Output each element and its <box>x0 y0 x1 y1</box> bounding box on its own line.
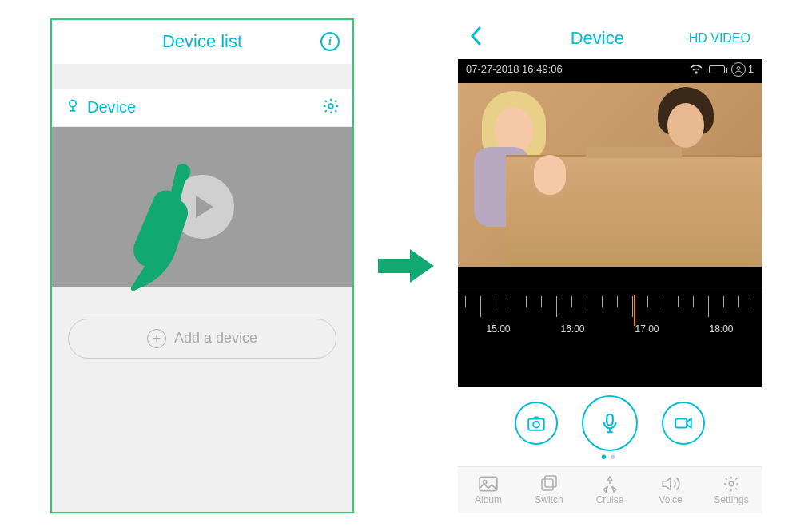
device-list-screen: Device list i Device <box>50 18 354 513</box>
device-label: Device <box>87 98 322 117</box>
header: Device HD VIDEO <box>458 18 762 59</box>
video-quality-button[interactable]: HD VIDEO <box>689 31 750 46</box>
spacer <box>52 65 352 89</box>
svg-rect-4 <box>528 418 544 430</box>
tab-settings[interactable]: Settings <box>701 467 762 513</box>
page-title: Device list <box>162 31 242 52</box>
svg-point-12 <box>729 481 734 486</box>
live-feed[interactable] <box>458 83 762 267</box>
timeline-ticks <box>458 291 762 323</box>
tab-album[interactable]: Album <box>458 467 519 513</box>
svg-point-1 <box>328 104 333 109</box>
battery-icon <box>709 65 725 73</box>
gear-icon[interactable] <box>322 97 340 118</box>
transition-arrow-icon <box>378 246 434 286</box>
svg-rect-7 <box>675 418 687 427</box>
add-device-area: + Add a device <box>52 287 352 512</box>
wifi-icon <box>690 65 703 74</box>
tab-voice[interactable]: Voice <box>640 467 701 513</box>
timeline-cursor[interactable] <box>634 295 635 326</box>
user-count: 1 <box>731 62 754 77</box>
timestamp: 07-27-2018 16:49:06 <box>466 63 690 75</box>
page-indicator: •• <box>458 448 762 466</box>
tab-switch[interactable]: Switch <box>519 467 579 513</box>
camera-icon <box>65 98 81 117</box>
tabbar: Album Switch Cruise Voice <box>458 466 762 513</box>
svg-point-5 <box>533 422 539 428</box>
record-button[interactable] <box>662 402 705 445</box>
svg-rect-10 <box>542 479 553 490</box>
video-area: 15:00 16:00 17:00 18:00 <box>458 80 762 387</box>
info-icon[interactable]: i <box>320 32 340 51</box>
video-status-bar: 07-27-2018 16:49:06 1 <box>458 59 762 80</box>
plus-icon: + <box>147 329 166 348</box>
timeline-scrubber[interactable]: 15:00 16:00 17:00 18:00 <box>458 291 762 347</box>
svg-rect-11 <box>545 476 556 487</box>
back-button[interactable] <box>469 26 482 52</box>
add-device-label: Add a device <box>174 330 257 347</box>
svg-point-3 <box>737 66 740 69</box>
page-title: Device <box>506 28 689 49</box>
live-view-screen: Device HD VIDEO 07-27-2018 16:49:06 <box>458 18 762 513</box>
tab-cruise[interactable]: Cruise <box>579 467 640 513</box>
header: Device list i <box>52 20 352 65</box>
mic-button[interactable] <box>582 395 638 451</box>
timeline-labels: 15:00 16:00 17:00 18:00 <box>458 323 762 339</box>
snapshot-button[interactable] <box>515 402 558 445</box>
svg-point-2 <box>695 72 697 73</box>
svg-rect-6 <box>607 414 613 425</box>
device-row[interactable]: Device <box>52 89 352 127</box>
svg-point-0 <box>70 100 76 106</box>
add-device-button[interactable]: + Add a device <box>68 319 336 359</box>
